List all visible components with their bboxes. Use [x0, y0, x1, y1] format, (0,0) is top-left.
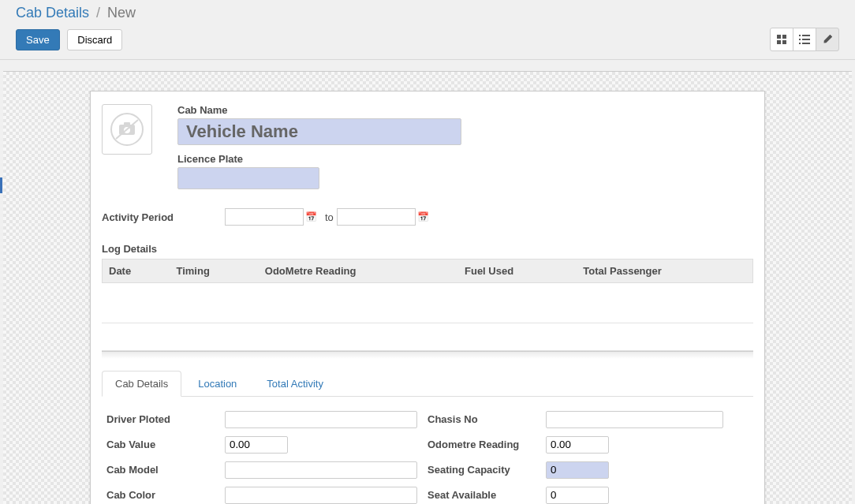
activity-period-from-input[interactable]: [225, 208, 304, 226]
svg-rect-12: [124, 122, 130, 126]
calendar-icon-from[interactable]: 📅: [305, 211, 317, 222]
toolbar: Save Discard: [0, 28, 855, 60]
driver-ploted-label: Driver Ploted: [106, 413, 225, 425]
breadcrumb: Cab Details / New: [16, 5, 839, 28]
cab-name-label: Cab Name: [177, 104, 461, 116]
licence-plate-block: Licence Plate: [177, 153, 461, 189]
list-view-button[interactable]: [793, 28, 816, 51]
kanban-view-button[interactable]: [770, 28, 793, 51]
breadcrumb-separator: /: [96, 5, 100, 21]
edit-icon: [823, 35, 832, 44]
th-timing: Timing: [170, 259, 258, 283]
activity-period-label: Activity Period: [102, 211, 225, 223]
tab-location[interactable]: Location: [185, 371, 250, 397]
svg-rect-6: [799, 39, 801, 40]
svg-rect-3: [782, 40, 786, 44]
th-fuel: Fuel Used: [458, 259, 577, 283]
to-label: to: [325, 211, 334, 223]
seat-available-label: Seat Available: [428, 489, 546, 501]
svg-rect-8: [799, 43, 801, 44]
cab-model-input[interactable]: [225, 461, 417, 479]
odometre-reading-input[interactable]: [546, 436, 609, 454]
section-divider: [102, 351, 753, 359]
seat-available-input[interactable]: [546, 487, 609, 504]
driver-ploted-input[interactable]: [225, 411, 417, 428]
form-workspace: Cab Name Licence Plate Activity Period 📅…: [3, 71, 852, 504]
tab-total-activity[interactable]: Total Activity: [253, 371, 337, 397]
odometre-reading-label: Odometre Reading: [428, 439, 546, 450]
th-pax: Total Passenger: [577, 259, 752, 283]
details-right-column: Chasis No Odometre Reading Seating Capac…: [428, 411, 749, 505]
left-accent-bar: [0, 177, 2, 193]
list-icon: [799, 35, 810, 44]
details-left-column: Driver Ploted Cab Value Cab Model Cab Co…: [106, 411, 428, 505]
cab-name-input[interactable]: [177, 118, 461, 145]
toolbar-left: Save Discard: [16, 29, 127, 50]
th-date: Date: [103, 259, 170, 283]
licence-plate-label: Licence Plate: [177, 153, 461, 165]
cab-color-label: Cab Color: [106, 489, 225, 501]
cab-value-label: Cab Value: [106, 439, 225, 450]
tabbar: Cab Details Location Total Activity: [102, 370, 753, 397]
discard-button[interactable]: Discard: [67, 29, 122, 50]
svg-rect-7: [802, 39, 810, 40]
log-details-label: Log Details: [102, 243, 753, 255]
chasis-no-input[interactable]: [546, 411, 723, 428]
header-row: Cab Name Licence Plate: [102, 104, 753, 189]
log-table-empty[interactable]: [103, 283, 753, 312]
view-switcher: [770, 28, 839, 51]
svg-rect-9: [802, 43, 810, 44]
name-block: Cab Name Licence Plate: [177, 104, 461, 189]
licence-plate-input[interactable]: [177, 167, 319, 189]
seating-capacity-input[interactable]: [546, 461, 609, 479]
breadcrumb-link-root[interactable]: Cab Details: [16, 5, 89, 21]
chasis-no-label: Chasis No: [428, 413, 546, 425]
no-image-icon: [110, 112, 144, 147]
calendar-icon-to[interactable]: 📅: [417, 211, 429, 222]
svg-rect-1: [782, 35, 786, 39]
activity-period-row: Activity Period 📅 to 📅: [102, 208, 753, 226]
log-details-table: Date Timing OdoMetre Reading Fuel Used T…: [102, 259, 753, 312]
form-sheet: Cab Name Licence Plate Activity Period 📅…: [90, 91, 765, 504]
svg-rect-4: [799, 35, 801, 36]
divider-1: [102, 323, 753, 323]
svg-rect-5: [802, 35, 810, 36]
tab-panel-cab-details: Driver Ploted Cab Value Cab Model Cab Co…: [102, 397, 753, 505]
kanban-icon: [777, 35, 786, 44]
tab-cab-details[interactable]: Cab Details: [102, 371, 181, 397]
activity-period-to-input[interactable]: [337, 208, 416, 226]
cab-value-input[interactable]: [225, 436, 288, 454]
svg-rect-2: [777, 40, 781, 44]
th-odo: OdoMetre Reading: [259, 259, 458, 283]
cab-model-label: Cab Model: [106, 464, 225, 476]
save-button[interactable]: Save: [16, 29, 60, 50]
cab-color-input[interactable]: [225, 487, 417, 504]
svg-rect-0: [777, 35, 781, 39]
breadcrumb-current: New: [107, 5, 136, 21]
vehicle-image-placeholder[interactable]: [102, 104, 152, 155]
page-header: Cab Details / New: [0, 0, 855, 28]
form-view-button[interactable]: [816, 28, 839, 51]
seating-capacity-label: Seating Capacity: [428, 464, 546, 476]
